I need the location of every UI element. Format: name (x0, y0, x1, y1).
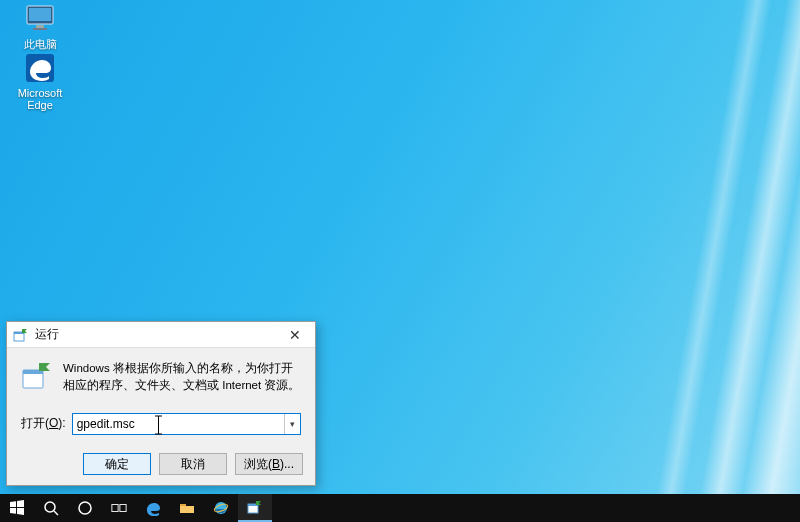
svg-rect-3 (33, 28, 47, 30)
cortana-button[interactable] (68, 494, 102, 522)
cancel-button[interactable]: 取消 (159, 453, 227, 475)
cortana-icon (77, 500, 93, 516)
ie-icon (213, 500, 229, 516)
desktop-icon-label: Microsoft Edge (10, 87, 70, 111)
svg-point-9 (45, 502, 55, 512)
close-icon: ✕ (289, 327, 301, 343)
search-button[interactable] (34, 494, 68, 522)
folder-icon (179, 500, 195, 516)
taskbar (0, 494, 800, 522)
run-icon (247, 499, 263, 515)
svg-rect-14 (180, 504, 186, 506)
edge-icon (24, 52, 56, 84)
task-view-icon (111, 500, 127, 516)
task-view-button[interactable] (102, 494, 136, 522)
svg-point-11 (79, 502, 91, 514)
run-large-icon (21, 360, 53, 392)
svg-rect-13 (120, 504, 126, 511)
close-button[interactable]: ✕ (275, 322, 315, 348)
desktop-icon-edge[interactable]: Microsoft Edge (10, 52, 70, 111)
ok-button[interactable]: 确定 (83, 453, 151, 475)
taskbar-run-active[interactable] (238, 494, 272, 522)
window-title: 运行 (35, 326, 275, 343)
open-input[interactable] (73, 414, 282, 434)
svg-line-10 (54, 511, 58, 515)
chevron-down-icon[interactable]: ▾ (284, 414, 300, 434)
desktop-icon-label: 此电脑 (10, 37, 70, 52)
svg-rect-12 (112, 504, 118, 511)
open-label: 打开(O): (21, 415, 66, 432)
svg-rect-1 (29, 8, 51, 21)
taskbar-edge[interactable] (136, 494, 170, 522)
browse-button[interactable]: 浏览(B)... (235, 453, 303, 475)
edge-icon (145, 500, 161, 516)
run-dialog: 运行 ✕ Windows 将根据你所输入的名称，为你打开相应的程序、文件夹、文档… (6, 321, 316, 486)
run-icon (13, 327, 29, 343)
desktop-icon-this-pc[interactable]: 此电脑 (10, 2, 70, 52)
titlebar[interactable]: 运行 ✕ (7, 322, 315, 348)
taskbar-ie[interactable] (204, 494, 238, 522)
description-text: Windows 将根据你所输入的名称，为你打开相应的程序、文件夹、文档或 Int… (63, 360, 301, 395)
search-icon (43, 500, 59, 516)
monitor-icon (24, 2, 56, 34)
windows-icon (9, 500, 25, 516)
start-button[interactable] (0, 494, 34, 522)
taskbar-file-explorer[interactable] (170, 494, 204, 522)
wallpaper-light-bands (600, 0, 800, 494)
svg-rect-2 (36, 25, 44, 28)
open-combobox[interactable]: ▾ (72, 413, 301, 435)
